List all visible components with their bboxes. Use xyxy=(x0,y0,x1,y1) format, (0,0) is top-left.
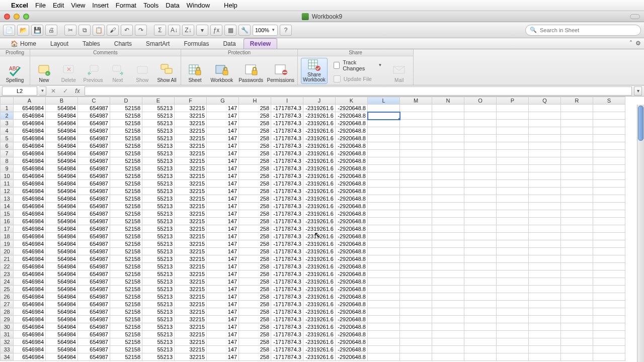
cell-J34[interactable]: -2319261.6 xyxy=(303,353,336,361)
cell-K26[interactable]: -2920648.8 xyxy=(336,293,368,301)
cell-B18[interactable]: 564984 xyxy=(46,233,78,240)
row-header-16[interactable]: 16 xyxy=(1,218,14,225)
cell-C31[interactable]: 654987 xyxy=(78,331,110,338)
cell-F19[interactable]: 32215 xyxy=(175,240,207,248)
cell-A30[interactable]: 6546984 xyxy=(14,323,46,331)
row-header-19[interactable]: 19 xyxy=(1,240,14,248)
cell-N26[interactable] xyxy=(432,293,464,301)
col-header-I[interactable]: I xyxy=(271,97,303,105)
cell-R22[interactable] xyxy=(561,263,593,270)
protect-sheet-button[interactable]: Sheet xyxy=(184,58,206,84)
cell-H32[interactable]: 258 xyxy=(239,338,271,346)
cell-C29[interactable]: 654987 xyxy=(78,316,110,323)
cell-C27[interactable]: 654987 xyxy=(78,301,110,308)
cell-O24[interactable] xyxy=(464,278,497,286)
cell-E16[interactable]: 55213 xyxy=(142,218,175,225)
cell-R18[interactable] xyxy=(561,233,593,240)
cell-H11[interactable]: 258 xyxy=(239,180,271,188)
cell-Q14[interactable] xyxy=(529,203,561,210)
minimize-window-button[interactable] xyxy=(14,14,20,20)
cell-D6[interactable]: 52158 xyxy=(110,142,142,150)
cell-E10[interactable]: 55213 xyxy=(142,172,175,180)
row-header-32[interactable]: 32 xyxy=(1,338,14,346)
save-button[interactable]: 💾 xyxy=(31,25,43,36)
show-all-comments-button[interactable]: Show All xyxy=(156,58,178,84)
cell-B8[interactable]: 564984 xyxy=(46,157,78,165)
cell-I1[interactable]: -1717874.3 xyxy=(271,105,303,112)
mail-button[interactable]: Mail xyxy=(388,58,410,84)
cell-N8[interactable] xyxy=(432,157,464,165)
cell-I10[interactable]: -1717874.3 xyxy=(271,172,303,180)
tab-formulas[interactable]: Formulas xyxy=(177,38,215,49)
row-header-6[interactable]: 6 xyxy=(1,142,14,150)
cell-E8[interactable]: 55213 xyxy=(142,157,175,165)
cell-P11[interactable] xyxy=(497,180,529,188)
cell-L2[interactable] xyxy=(368,112,400,120)
cell-B21[interactable]: 564984 xyxy=(46,255,78,263)
cell-C25[interactable]: 654987 xyxy=(78,286,110,293)
cell-H18[interactable]: 258 xyxy=(239,233,271,240)
cell-S15[interactable] xyxy=(593,210,625,218)
cell-K17[interactable]: -2920648.8 xyxy=(336,225,368,233)
cell-C4[interactable]: 654987 xyxy=(78,127,110,135)
cell-D17[interactable]: 52158 xyxy=(110,225,142,233)
cell-D23[interactable]: 52158 xyxy=(110,270,142,278)
row-header-27[interactable]: 27 xyxy=(1,301,14,308)
cell-N29[interactable] xyxy=(432,316,464,323)
cell-I16[interactable]: -1717874.3 xyxy=(271,218,303,225)
cell-G22[interactable]: 147 xyxy=(207,263,239,270)
cell-H9[interactable]: 258 xyxy=(239,165,271,172)
cell-C24[interactable]: 654987 xyxy=(78,278,110,286)
row-header-29[interactable]: 29 xyxy=(1,316,14,323)
cell-L1[interactable] xyxy=(368,105,400,112)
tab-data[interactable]: Data xyxy=(216,38,242,49)
col-header-H[interactable]: H xyxy=(239,97,271,105)
cell-E32[interactable]: 55213 xyxy=(142,338,175,346)
cell-B17[interactable]: 564984 xyxy=(46,225,78,233)
cell-P5[interactable] xyxy=(497,135,529,142)
cell-B9[interactable]: 564984 xyxy=(46,165,78,172)
cell-E15[interactable]: 55213 xyxy=(142,210,175,218)
cell-S21[interactable] xyxy=(593,255,625,263)
cell-O9[interactable] xyxy=(464,165,497,172)
cell-Q12[interactable] xyxy=(529,188,561,195)
row-header-17[interactable]: 17 xyxy=(1,225,14,233)
cell-S7[interactable] xyxy=(593,150,625,157)
cell-I6[interactable]: -1717874.3 xyxy=(271,142,303,150)
cell-K10[interactable]: -2920648.8 xyxy=(336,172,368,180)
row-header-12[interactable]: 12 xyxy=(1,188,14,195)
cell-K33[interactable]: -2920648.8 xyxy=(336,346,368,353)
cell-R33[interactable] xyxy=(561,346,593,353)
format-painter-button[interactable]: 🖌 xyxy=(107,25,119,36)
cell-Q27[interactable] xyxy=(529,301,561,308)
cell-M20[interactable] xyxy=(400,248,432,255)
cell-E6[interactable]: 55213 xyxy=(142,142,175,150)
enter-formula-button[interactable]: ✓ xyxy=(60,86,70,96)
cell-S11[interactable] xyxy=(593,180,625,188)
row-header-4[interactable]: 4 xyxy=(1,127,14,135)
cell-L17[interactable] xyxy=(368,225,400,233)
cell-G8[interactable]: 147 xyxy=(207,157,239,165)
cell-F27[interactable]: 32215 xyxy=(175,301,207,308)
cell-K19[interactable]: -2920648.8 xyxy=(336,240,368,248)
cell-K1[interactable]: -2920648.8 xyxy=(336,105,368,112)
cell-O2[interactable] xyxy=(464,112,497,120)
cell-P27[interactable] xyxy=(497,301,529,308)
cell-F16[interactable]: 32215 xyxy=(175,218,207,225)
cell-J12[interactable]: -2319261.6 xyxy=(303,188,336,195)
cell-K23[interactable]: -2920648.8 xyxy=(336,270,368,278)
row-header-24[interactable]: 24 xyxy=(1,278,14,286)
cell-J31[interactable]: -2319261.6 xyxy=(303,331,336,338)
cell-Q16[interactable] xyxy=(529,218,561,225)
cell-N6[interactable] xyxy=(432,142,464,150)
cell-I23[interactable]: -1717874.3 xyxy=(271,270,303,278)
cell-L3[interactable] xyxy=(368,120,400,127)
cell-M15[interactable] xyxy=(400,210,432,218)
cell-A15[interactable]: 6546984 xyxy=(14,210,46,218)
cell-E24[interactable]: 55213 xyxy=(142,278,175,286)
row-header-30[interactable]: 30 xyxy=(1,323,14,331)
open-button[interactable]: 📂 xyxy=(17,25,29,36)
cell-K18[interactable]: -2920648.8 xyxy=(336,233,368,240)
cell-H26[interactable]: 258 xyxy=(239,293,271,301)
cell-R21[interactable] xyxy=(561,255,593,263)
